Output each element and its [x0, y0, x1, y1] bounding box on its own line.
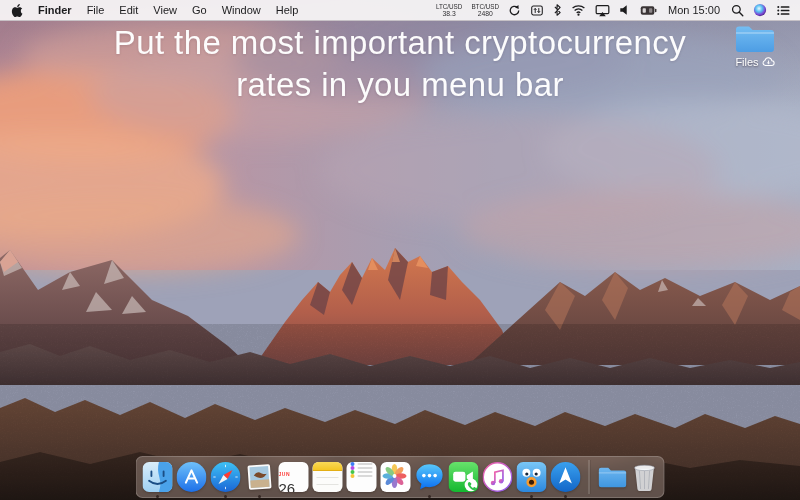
photos-icon	[381, 462, 411, 492]
refresh-icon[interactable]	[508, 0, 521, 20]
updown-box-icon[interactable]	[530, 0, 544, 20]
running-indicator	[258, 495, 261, 498]
bluetooth-icon[interactable]	[553, 0, 562, 20]
notes-icon	[313, 462, 343, 492]
reminders-icon	[347, 462, 377, 492]
dock-item-messages[interactable]	[415, 462, 445, 492]
siri-icon[interactable]	[753, 0, 767, 20]
ticker-ltc-usd[interactable]: LTC/USD 38.3	[436, 3, 462, 17]
calendar-month: JUN	[279, 471, 291, 477]
dock-item-preview[interactable]	[245, 462, 275, 492]
calendar-icon: JUN 26	[279, 462, 309, 492]
running-indicator	[428, 495, 431, 498]
volume-icon[interactable]	[619, 0, 631, 20]
dock-item-trash[interactable]	[632, 462, 658, 492]
menu-clock[interactable]: Mon 15:00	[668, 4, 720, 16]
menu-item-view[interactable]: View	[153, 4, 177, 16]
running-indicator	[530, 495, 533, 498]
dock: JUN 26	[136, 456, 665, 498]
menu-bar: Finder File Edit View Go Window Help LTC…	[0, 0, 800, 21]
dock-item-finder[interactable]	[143, 462, 173, 492]
ticker-price: 2480	[478, 10, 493, 17]
calendar-day: 26	[279, 480, 296, 492]
running-indicator	[224, 495, 227, 498]
macos-desktop: Finder File Edit View Go Window Help LTC…	[0, 0, 800, 500]
menu-item-help[interactable]: Help	[276, 4, 299, 16]
dock-item-safari[interactable]	[211, 462, 241, 492]
ticker-btc-usd[interactable]: BTC/USD 2480	[471, 3, 499, 17]
airplay-display-icon[interactable]	[595, 0, 610, 20]
battery-icon[interactable]	[640, 0, 657, 20]
menu-item-finder[interactable]: Finder	[38, 4, 72, 16]
folder-icon	[734, 23, 776, 54]
desktop-icon-files[interactable]: Files	[722, 23, 788, 68]
menu-item-window[interactable]: Window	[222, 4, 261, 16]
dock-separator	[589, 460, 590, 494]
menu-item-file[interactable]: File	[87, 4, 105, 16]
dock-item-tweetbot[interactable]	[517, 462, 547, 492]
running-indicator	[156, 495, 159, 498]
icloud-download-icon	[762, 57, 775, 67]
ticker-pair: BTC/USD	[471, 3, 499, 10]
dock-item-reminders[interactable]	[347, 462, 377, 492]
ticker-price: 38.3	[443, 10, 456, 17]
desktop-icon-label: Files	[735, 56, 758, 68]
dock-item-spark[interactable]	[551, 462, 581, 492]
dock-item-calendar[interactable]: JUN 26	[279, 462, 309, 492]
wifi-icon[interactable]	[571, 0, 586, 20]
sierra-mountain-wallpaper	[0, 0, 800, 500]
dock-item-downloads-folder[interactable]	[598, 462, 628, 492]
running-indicator	[564, 495, 567, 498]
dock-item-facetime[interactable]	[449, 462, 479, 492]
dock-item-app-store[interactable]	[177, 462, 207, 492]
dock-item-notes[interactable]	[313, 462, 343, 492]
notification-center-icon[interactable]	[776, 0, 791, 20]
search-icon[interactable]	[731, 0, 744, 20]
menu-item-edit[interactable]: Edit	[119, 4, 138, 16]
dock-item-itunes[interactable]	[483, 462, 513, 492]
menu-item-go[interactable]: Go	[192, 4, 207, 16]
dock-item-photos[interactable]	[381, 462, 411, 492]
ticker-pair: LTC/USD	[436, 3, 462, 10]
apple-menu-icon[interactable]	[10, 0, 23, 20]
